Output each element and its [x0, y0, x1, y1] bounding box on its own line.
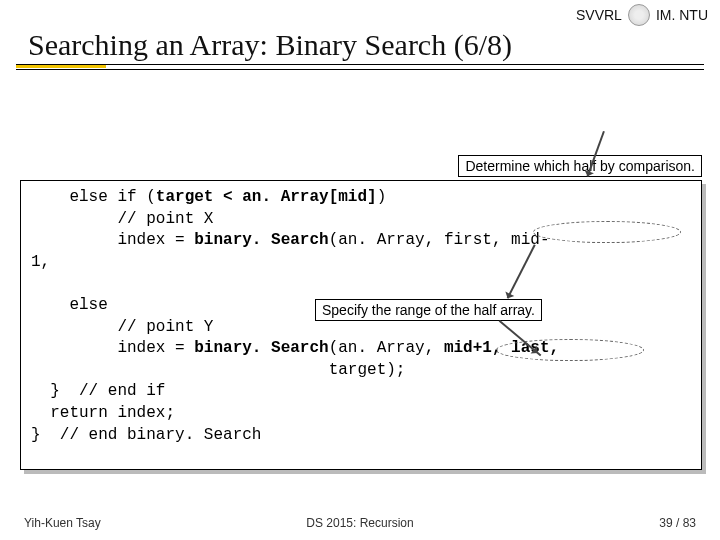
- slide-title: Searching an Array: Binary Search (6/8): [28, 28, 692, 62]
- header-right-label: IM. NTU: [656, 7, 708, 23]
- title-underline: [16, 64, 704, 70]
- header-left-label: SVVRL: [576, 7, 622, 23]
- page-current: 39: [659, 516, 672, 530]
- slide-footer: Yih-Kuen Tsay DS 2015: Recursion 39 / 83: [0, 516, 720, 530]
- logo-icon: [628, 4, 650, 26]
- callout-which-half: Determine which half by comparison.: [458, 155, 702, 177]
- footer-author: Yih-Kuen Tsay: [24, 516, 101, 530]
- footer-course: DS 2015: Recursion: [306, 516, 413, 530]
- slide-header: SVVRL IM. NTU: [0, 0, 720, 28]
- footer-page: 39 / 83: [659, 516, 696, 530]
- page-total: 83: [683, 516, 696, 530]
- title-area: Searching an Array: Binary Search (6/8): [0, 28, 720, 62]
- code-box: else if (target < an. Array[mid]) // poi…: [20, 180, 702, 470]
